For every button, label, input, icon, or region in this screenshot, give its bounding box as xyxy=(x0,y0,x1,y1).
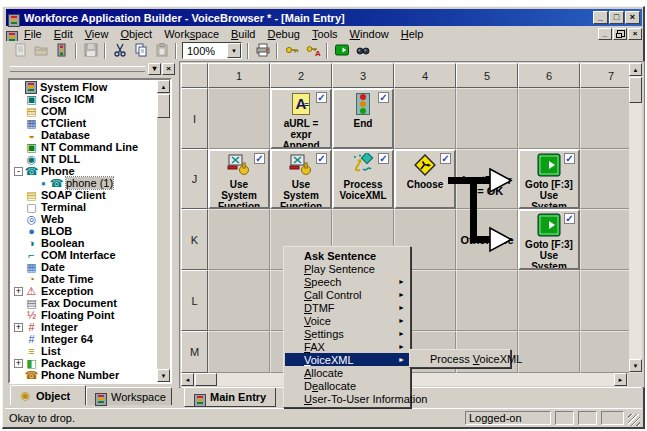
tree-item-cisco-icm[interactable]: ▣Cisco ICM xyxy=(10,93,157,105)
tree-item-soap-client[interactable]: ▤SOAP Client xyxy=(10,189,157,201)
panel-close-button[interactable]: × xyxy=(162,63,175,75)
maximize-button[interactable]: □ xyxy=(609,11,624,24)
node-enabled-checkbox[interactable]: ✓ xyxy=(254,153,265,164)
login-key-button[interactable]: A xyxy=(302,42,323,60)
menu-window[interactable]: Window xyxy=(344,28,395,40)
grid-row-header-I[interactable]: I xyxy=(181,88,208,149)
node-enabled-checkbox[interactable]: ✓ xyxy=(564,213,575,224)
mdi-minimize-button[interactable]: _ xyxy=(598,28,612,40)
grid-row-header-K[interactable]: K xyxy=(181,209,208,270)
flow-node-goto-f-3-use-system[interactable]: ✓Goto [F:3]UseSystem xyxy=(518,149,580,209)
menu-item-ask-sentence[interactable]: Ask Sentence xyxy=(285,249,409,262)
tree-item-exception[interactable]: +⚠Exception xyxy=(10,285,157,297)
menu-item-user-to-user-information[interactable]: User-To-User Information xyxy=(285,392,409,405)
menu-item-play-sentence[interactable]: Play Sentence xyxy=(285,262,409,275)
grid-col-header-7[interactable]: 7 xyxy=(580,63,629,88)
menu-item-dtmf[interactable]: DTMF► xyxy=(285,301,409,314)
menu-item-voicexml[interactable]: VoiceXML► xyxy=(285,353,409,366)
run-button[interactable] xyxy=(331,42,352,60)
node-enabled-checkbox[interactable]: ✓ xyxy=(316,92,327,103)
menu-workspace[interactable]: Workspace xyxy=(158,28,225,40)
build-application-button[interactable] xyxy=(51,42,72,60)
tree-item-ctclient[interactable]: ▦CTClient xyxy=(10,117,157,129)
tab-object[interactable]: ◉ Object xyxy=(10,385,86,405)
flow-node-use-system-function[interactable]: ✓UseSystemFunction xyxy=(270,149,332,209)
panel-gripper[interactable] xyxy=(10,66,145,72)
menu-file[interactable]: File xyxy=(18,28,48,40)
menu-debug[interactable]: Debug xyxy=(261,28,305,40)
menu-help[interactable]: Help xyxy=(395,28,430,40)
tab-workspace[interactable]: Workspace xyxy=(86,387,172,405)
tree-item-system-flow[interactable]: System Flow xyxy=(10,81,157,93)
expand-icon[interactable]: + xyxy=(14,359,23,368)
grid-col-header-3[interactable]: 3 xyxy=(332,63,394,88)
tree-item-web[interactable]: ◎Web xyxy=(10,213,157,225)
flow-node-use-system-function[interactable]: ✓UseSystemFunction xyxy=(208,149,270,209)
find-button[interactable] xyxy=(352,42,373,60)
node-enabled-checkbox[interactable]: ✓ xyxy=(378,92,389,103)
grid-col-header-5[interactable]: 5 xyxy=(456,63,518,88)
scrollbar-thumb[interactable] xyxy=(157,94,170,118)
grid-row-header-M[interactable]: M xyxy=(181,331,208,373)
menu-item-deallocate[interactable]: Deallocate xyxy=(285,379,409,392)
menu-build[interactable]: Build xyxy=(225,28,261,40)
grid-col-header-6[interactable]: 6 xyxy=(518,63,580,88)
tree-item-floating-point[interactable]: ½Floating Point xyxy=(10,309,157,321)
tree-item-package[interactable]: +◧Package xyxy=(10,357,157,369)
menu-view[interactable]: View xyxy=(79,28,115,40)
tree-item-com[interactable]: ▤COM xyxy=(10,105,157,117)
print-button[interactable] xyxy=(252,42,273,60)
dropdown-arrow-icon[interactable]: ▼ xyxy=(227,43,241,58)
scrollbar-thumb[interactable] xyxy=(195,373,217,386)
panel-pin-button[interactable]: ▾ xyxy=(148,63,161,75)
expand-icon[interactable]: + xyxy=(14,323,23,332)
expand-icon[interactable]: + xyxy=(14,287,23,296)
tree-item-list[interactable]: ≡List xyxy=(10,345,157,357)
menu-item-voice[interactable]: Voice► xyxy=(285,314,409,327)
menu-item-process-voicexml[interactable]: Process VoiceXML xyxy=(411,352,509,365)
scroll-up-icon[interactable]: ▲ xyxy=(629,63,642,76)
mdi-restore-button[interactable] xyxy=(613,28,627,40)
tree-item-fax-document[interactable]: ▤Fax Document xyxy=(10,297,157,309)
cut-button[interactable] xyxy=(109,42,130,60)
tree-item-phone-1-[interactable]: ●☎phone (1) xyxy=(10,177,157,189)
tree-item-date[interactable]: ▦Date xyxy=(10,261,157,273)
menu-item-settings[interactable]: Settings► xyxy=(285,327,409,340)
flow-node-end[interactable]: ✓End xyxy=(332,88,394,149)
scroll-down-icon[interactable]: ▼ xyxy=(629,359,642,372)
tree-item-blob[interactable]: ●BLOB xyxy=(10,225,157,237)
tree-item-terminal[interactable]: ▢Terminal xyxy=(10,201,157,213)
tree-scrollbar[interactable]: ▲ ▼ xyxy=(157,80,170,382)
flow-node-goto-f-3-use-system[interactable]: ✓Goto [F:3]UseSystem xyxy=(518,209,580,270)
collapse-icon[interactable]: - xyxy=(14,167,23,176)
grid-vertical-scrollbar[interactable]: ▲ ▼ xyxy=(629,63,642,373)
tree-item-integer[interactable]: +#Integer xyxy=(10,321,157,333)
node-enabled-checkbox[interactable]: ✓ xyxy=(316,153,327,164)
menu-tools[interactable]: Tools xyxy=(306,28,344,40)
resize-grip[interactable] xyxy=(628,414,640,426)
tree-item-boolean[interactable]: ◑Boolean xyxy=(10,237,157,249)
tree-item-database[interactable]: ◒Database xyxy=(10,129,157,141)
menu-object[interactable]: Object xyxy=(114,28,158,40)
scroll-up-icon[interactable]: ▲ xyxy=(157,80,170,93)
tab-main-entry[interactable]: Main Entry xyxy=(184,388,276,407)
tree-item-phone[interactable]: -☎Phone xyxy=(10,165,157,177)
scroll-right-icon[interactable]: ► xyxy=(614,373,627,386)
copy-button[interactable] xyxy=(130,42,151,60)
key-button[interactable] xyxy=(281,42,302,60)
menu-item-allocate[interactable]: Allocate xyxy=(285,366,409,379)
grid-col-header-2[interactable]: 2 xyxy=(270,63,332,88)
tree-item-com-interface[interactable]: ⌐COM Interface xyxy=(10,249,157,261)
tree-item-integer-64[interactable]: #Integer 64 xyxy=(10,333,157,345)
tree-item-nt-dll[interactable]: ◉NT DLL xyxy=(10,153,157,165)
node-enabled-checkbox[interactable]: ✓ xyxy=(378,153,389,164)
close-button[interactable]: × xyxy=(625,11,640,24)
menu-item-fax[interactable]: FAX► xyxy=(285,340,409,353)
grid-col-header-4[interactable]: 4 xyxy=(394,63,456,88)
menu-item-call-control[interactable]: Call Control► xyxy=(285,288,409,301)
node-enabled-checkbox[interactable]: ✓ xyxy=(564,153,575,164)
scroll-down-icon[interactable]: ▼ xyxy=(157,369,170,382)
grid-row-header-J[interactable]: J xyxy=(181,149,208,209)
scrollbar-thumb[interactable] xyxy=(629,77,642,103)
grid-row-header-L[interactable]: L xyxy=(181,270,208,331)
